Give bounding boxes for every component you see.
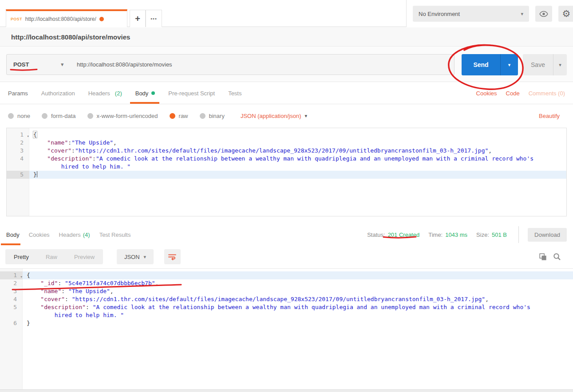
word-wrap-icon — [168, 254, 177, 260]
time-value: 1043 ms — [445, 231, 467, 238]
code-line: 1▾ { — [7, 131, 566, 139]
copy-response-button[interactable] — [537, 251, 549, 263]
response-toolbar: Pretty Raw Preview JSON ▾ — [0, 245, 573, 268]
chevron-down-icon: ▾ — [304, 114, 307, 118]
tab-params[interactable]: Params — [8, 82, 28, 104]
request-links: Cookies Code Comments (0) — [476, 90, 565, 97]
environment-quicklook-button[interactable] — [535, 6, 552, 22]
divider — [518, 226, 519, 243]
tab-headers[interactable]: Headers(2) — [88, 82, 122, 104]
send-options-button[interactable]: ▾ — [500, 54, 518, 75]
response-body-editor[interactable]: 1▾ { 2 "_id": "5c4e715fa74c07dbbb6ecb7b"… — [0, 268, 573, 389]
code-line-active: 1▾ { — [0, 271, 573, 279]
environment-select-value: No Environment — [419, 11, 460, 17]
chevron-down-icon: ▾ — [61, 62, 63, 67]
unsaved-dot-icon — [99, 17, 104, 21]
code-line: 2 "_id": "5c4e715fa74c07dbbb6ecb7b", — [0, 279, 573, 287]
tab-authorization[interactable]: Authorization — [41, 82, 75, 104]
top-bar: POST http://localhost:8080/api/store/ + … — [0, 0, 573, 27]
radio-icon — [87, 113, 93, 119]
mode-binary[interactable]: binary — [200, 113, 225, 119]
new-tab-button[interactable]: + — [130, 10, 146, 27]
url-input[interactable]: http://localhost:8080/api/store/movies — [70, 54, 454, 75]
request-title-row: http://localhost:8080/api/store/movies — [0, 27, 573, 47]
code-line: 4 "description":"A comedic look at the r… — [7, 155, 566, 171]
mode-form-data[interactable]: form-data — [42, 113, 76, 119]
request-body-editor[interactable]: 1▾ { 2 "name":"The Upside", 3 "cover":"h… — [6, 128, 567, 216]
text-cursor — [37, 171, 37, 177]
url-input-value: http://localhost:8080/api/store/movies — [77, 61, 172, 68]
radio-icon — [200, 113, 205, 119]
eye-icon — [539, 11, 548, 17]
status-label: Status: — [367, 231, 385, 238]
response-meta: Status:201 Created Time:1043 ms Size:501… — [367, 224, 567, 245]
download-button[interactable]: Download — [528, 228, 567, 242]
gear-icon: ⚙ — [562, 8, 571, 19]
radio-icon — [8, 113, 14, 119]
response-tab-test-results[interactable]: Test Results — [99, 224, 131, 245]
save-options-button[interactable]: ▾ — [553, 54, 567, 75]
save-button-group: Save ▾ — [523, 54, 567, 75]
tab-body[interactable]: Body — [135, 82, 155, 104]
request-tab[interactable]: POST http://localhost:8080/api/store/ — [6, 9, 127, 27]
response-format-select[interactable]: JSON ▾ — [117, 249, 154, 264]
save-button[interactable]: Save — [523, 54, 553, 75]
status-value: 201 Created — [388, 231, 420, 238]
view-pretty[interactable]: Pretty — [5, 254, 37, 260]
view-raw[interactable]: Raw — [37, 254, 66, 260]
environment-select[interactable]: No Environment ▾ — [413, 6, 529, 22]
request-builder: POST ▾ http://localhost:8080/api/store/m… — [0, 47, 573, 82]
headers-count-badge: (2) — [115, 90, 122, 97]
radio-icon — [42, 113, 47, 119]
radio-selected-icon — [170, 113, 175, 119]
code-line: 6 } — [0, 319, 573, 327]
code-line: 4 "cover": "https://cdn1.thr.com/sites/d… — [0, 295, 573, 303]
size-value: 501 B — [492, 231, 507, 238]
response-headers-count-badge: (4) — [83, 231, 90, 238]
request-title: http://localhost:8080/api/store/movies — [11, 33, 130, 41]
method-select-value: POST — [13, 61, 29, 68]
comments-link[interactable]: Comments (0) — [529, 90, 565, 97]
tab-pre-request-script[interactable]: Pre-request Script — [168, 82, 215, 104]
tab-url-label: http://localhost:8080/api/store/ — [25, 16, 96, 22]
size-label: Size: — [476, 231, 489, 238]
body-mode-row: none form-data x-www-form-urlencoded raw… — [0, 105, 573, 127]
body-populated-dot-icon — [151, 91, 155, 95]
mode-none[interactable]: none — [8, 113, 30, 119]
search-response-button[interactable] — [551, 251, 563, 263]
send-button-group: Send ▾ — [462, 54, 518, 75]
more-tabs-button[interactable]: ••• — [146, 10, 162, 27]
code-line: 5 "description": "A comedic look at the … — [0, 303, 573, 319]
response-tab-headers[interactable]: Headers(4) — [59, 224, 90, 245]
copy-icon — [539, 253, 547, 261]
word-wrap-button[interactable] — [164, 249, 181, 264]
response-view-switch: Pretty Raw Preview — [5, 249, 103, 264]
code-link[interactable]: Code — [506, 90, 520, 97]
settings-button[interactable]: ⚙ — [558, 6, 573, 22]
beautify-link[interactable]: Beautify — [539, 113, 560, 119]
chevron-down-icon: ▾ — [559, 63, 561, 67]
code-line-active: 5 } — [7, 171, 566, 179]
cookies-link[interactable]: Cookies — [476, 90, 497, 97]
mode-x-www-form-urlencoded[interactable]: x-www-form-urlencoded — [87, 113, 158, 119]
send-button[interactable]: Send — [462, 54, 500, 75]
method-select[interactable]: POST ▾ — [6, 54, 71, 75]
request-tabs: Params Authorization Headers(2) Body Pre… — [0, 82, 573, 104]
code-line: 3 "cover":"https://cdn1.thr.com/sites/de… — [7, 147, 566, 155]
chevron-down-icon: ▾ — [521, 12, 523, 16]
mode-raw[interactable]: raw — [170, 113, 188, 119]
bottom-strip — [0, 389, 573, 392]
response-tab-cookies[interactable]: Cookies — [29, 224, 50, 245]
code-line: 2 "name":"The Upside", — [7, 139, 566, 147]
chevron-down-icon: ▾ — [144, 255, 146, 259]
tab-method-label: POST — [11, 17, 22, 21]
chevron-down-icon: ▾ — [508, 63, 511, 67]
search-icon — [553, 253, 561, 261]
time-label: Time: — [428, 231, 443, 238]
code-line: 3 "name": "The Upside", — [0, 287, 573, 295]
environment-area: No Environment ▾ ⚙ — [406, 0, 573, 27]
view-preview[interactable]: Preview — [66, 254, 103, 260]
tab-tests[interactable]: Tests — [228, 82, 241, 104]
response-tab-body[interactable]: Body — [6, 224, 20, 245]
content-type-select[interactable]: JSON (application/json) ▾ — [241, 113, 307, 119]
